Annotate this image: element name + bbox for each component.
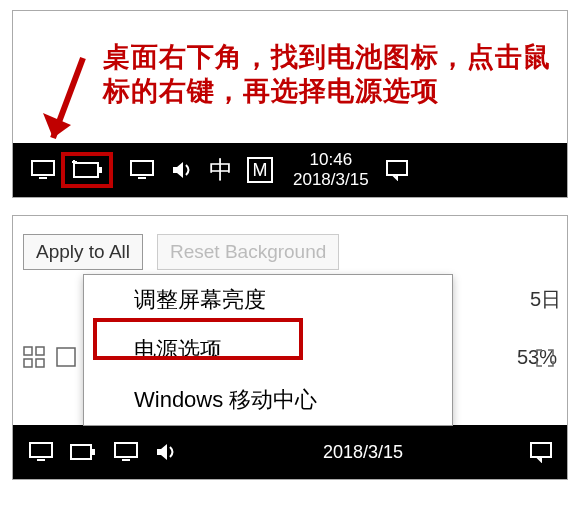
taskbar-top: 中 M 10:46 2018/3/15 — [13, 143, 567, 197]
volume-icon[interactable] — [155, 442, 179, 462]
monitor-icon[interactable] — [29, 160, 57, 180]
clock-date[interactable]: 2018/3/15 — [323, 442, 403, 463]
svg-rect-10 — [36, 359, 44, 367]
svg-rect-7 — [24, 347, 32, 355]
svg-rect-15 — [92, 449, 95, 455]
single-view-icon[interactable] — [55, 346, 77, 368]
notification-icon[interactable] — [385, 159, 409, 181]
svg-rect-18 — [531, 443, 551, 457]
svg-rect-5 — [138, 177, 146, 179]
background-date-fragment: 5日 — [530, 286, 561, 313]
svg-rect-14 — [71, 445, 91, 459]
svg-rect-11 — [57, 348, 75, 366]
svg-rect-4 — [131, 161, 153, 175]
battery-icon-highlighted[interactable] — [61, 152, 113, 188]
monitor-icon[interactable] — [29, 442, 53, 462]
panel-context-menu: Apply to All Reset Background 5日 调整屏幕亮度 … — [12, 215, 568, 480]
view-icons — [23, 346, 77, 368]
svg-rect-8 — [36, 347, 44, 355]
expand-icon[interactable] — [535, 348, 555, 368]
svg-rect-12 — [30, 443, 52, 457]
svg-rect-2 — [74, 163, 98, 177]
network-icon[interactable] — [113, 441, 139, 463]
svg-rect-9 — [24, 359, 32, 367]
svg-rect-0 — [32, 161, 54, 175]
panel-instruction: 桌面右下角，找到电池图标，点击鼠标的右键，再选择电源选项 中 M 10:46 2… — [12, 10, 568, 198]
ime-mode-indicator[interactable]: M — [247, 157, 273, 183]
volume-icon[interactable] — [171, 160, 195, 180]
notification-icon[interactable] — [529, 441, 553, 463]
svg-rect-17 — [122, 459, 130, 461]
svg-rect-1 — [39, 177, 47, 179]
menu-item-brightness[interactable]: 调整屏幕亮度 — [84, 275, 452, 325]
clock[interactable]: 10:46 2018/3/15 — [293, 150, 369, 189]
svg-rect-13 — [37, 459, 45, 461]
apply-to-all-button[interactable]: Apply to All — [23, 234, 143, 270]
menu-item-mobility-center[interactable]: Windows 移动中心 — [84, 375, 452, 425]
menu-item-power-options[interactable]: 电源选项 — [84, 325, 452, 375]
svg-rect-16 — [115, 443, 137, 457]
network-icon[interactable] — [129, 159, 155, 181]
svg-rect-6 — [387, 161, 407, 175]
clock-time: 10:46 — [293, 150, 369, 170]
taskbar-bottom: 2018/3/15 — [13, 425, 567, 479]
grid-view-icon[interactable] — [23, 346, 45, 368]
reset-background-button[interactable]: Reset Background — [157, 234, 339, 270]
svg-rect-3 — [99, 167, 102, 173]
battery-context-menu: 调整屏幕亮度 电源选项 Windows 移动中心 — [83, 274, 453, 426]
clock-date: 2018/3/15 — [293, 170, 369, 190]
instruction-text: 桌面右下角，找到电池图标，点击鼠标的右键，再选择电源选项 — [103, 41, 563, 109]
battery-icon[interactable] — [69, 443, 97, 461]
app-toolbar: Apply to All Reset Background — [23, 234, 339, 270]
ime-chinese-indicator[interactable]: 中 — [209, 154, 233, 186]
